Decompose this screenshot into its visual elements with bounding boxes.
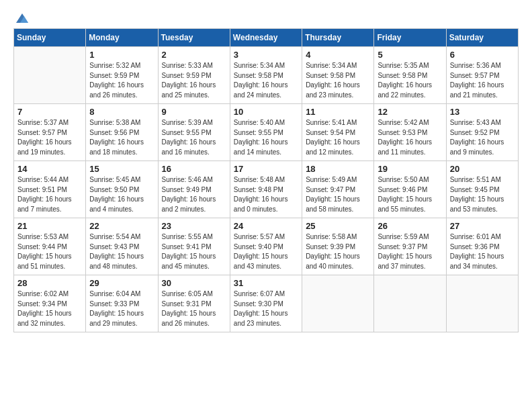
day-info: Sunrise: 5:37 AM Sunset: 9:57 PM Dayligh… (17, 118, 82, 157)
calendar-day-cell: 13Sunrise: 5:43 AM Sunset: 9:52 PM Dayli… (446, 104, 518, 161)
calendar-header-cell: Monday (86, 29, 158, 47)
day-info: Sunrise: 5:32 AM Sunset: 9:59 PM Dayligh… (89, 61, 154, 100)
calendar-day-cell: 8Sunrise: 5:38 AM Sunset: 9:56 PM Daylig… (86, 104, 158, 161)
logo-icon (15, 11, 30, 26)
calendar-day-cell: 26Sunrise: 5:59 AM Sunset: 9:37 PM Dayli… (374, 218, 446, 275)
calendar-day-cell: 5Sunrise: 5:35 AM Sunset: 9:58 PM Daylig… (374, 47, 446, 104)
day-number: 6 (450, 50, 515, 60)
logo (13, 11, 30, 23)
day-info: Sunrise: 5:46 AM Sunset: 9:49 PM Dayligh… (162, 175, 226, 214)
day-number: 23 (162, 221, 226, 231)
calendar-day-cell: 4Sunrise: 5:34 AM Sunset: 9:58 PM Daylig… (302, 47, 374, 104)
calendar-week-row: 28Sunrise: 6:02 AM Sunset: 9:34 PM Dayli… (14, 275, 519, 332)
day-number: 18 (306, 164, 370, 174)
day-number: 28 (17, 278, 82, 288)
day-info: Sunrise: 5:41 AM Sunset: 9:54 PM Dayligh… (306, 118, 370, 157)
day-number: 19 (378, 164, 442, 174)
day-number: 16 (162, 164, 226, 174)
page: SundayMondayTuesdayWednesdayThursdayFrid… (0, 0, 532, 346)
calendar-header-cell: Friday (374, 29, 446, 47)
calendar-week-row: 21Sunrise: 5:53 AM Sunset: 9:44 PM Dayli… (14, 218, 519, 275)
day-info: Sunrise: 5:50 AM Sunset: 9:46 PM Dayligh… (378, 175, 442, 214)
calendar-header-cell: Thursday (302, 29, 374, 47)
day-number: 15 (89, 164, 154, 174)
day-number: 20 (450, 164, 515, 174)
calendar-day-cell: 18Sunrise: 5:49 AM Sunset: 9:47 PM Dayli… (302, 161, 374, 218)
day-info: Sunrise: 5:40 AM Sunset: 9:55 PM Dayligh… (234, 118, 298, 157)
calendar-day-cell: 6Sunrise: 5:36 AM Sunset: 9:57 PM Daylig… (446, 47, 518, 104)
day-number: 31 (234, 278, 298, 288)
calendar-header-row: SundayMondayTuesdayWednesdayThursdayFrid… (14, 29, 519, 47)
day-info: Sunrise: 5:55 AM Sunset: 9:41 PM Dayligh… (162, 232, 226, 271)
calendar-day-cell: 16Sunrise: 5:46 AM Sunset: 9:49 PM Dayli… (158, 161, 230, 218)
calendar-day-cell: 20Sunrise: 5:51 AM Sunset: 9:45 PM Dayli… (446, 161, 518, 218)
calendar-day-cell: 31Sunrise: 6:07 AM Sunset: 9:30 PM Dayli… (230, 275, 302, 332)
calendar-week-row: 1Sunrise: 5:32 AM Sunset: 9:59 PM Daylig… (14, 47, 519, 104)
calendar-day-cell: 27Sunrise: 6:01 AM Sunset: 9:36 PM Dayli… (446, 218, 518, 275)
day-info: Sunrise: 5:34 AM Sunset: 9:58 PM Dayligh… (234, 61, 298, 100)
calendar-day-cell: 3Sunrise: 5:34 AM Sunset: 9:58 PM Daylig… (230, 47, 302, 104)
day-number: 10 (234, 107, 298, 117)
calendar-table: SundayMondayTuesdayWednesdayThursdayFrid… (13, 28, 519, 332)
day-info: Sunrise: 6:04 AM Sunset: 9:33 PM Dayligh… (89, 289, 154, 328)
day-number: 7 (17, 107, 82, 117)
day-number: 17 (234, 164, 298, 174)
day-number: 24 (234, 221, 298, 231)
calendar-day-cell: 12Sunrise: 5:42 AM Sunset: 9:53 PM Dayli… (374, 104, 446, 161)
day-info: Sunrise: 5:43 AM Sunset: 9:52 PM Dayligh… (450, 118, 515, 157)
day-info: Sunrise: 5:54 AM Sunset: 9:43 PM Dayligh… (89, 232, 154, 271)
calendar-day-cell: 10Sunrise: 5:40 AM Sunset: 9:55 PM Dayli… (230, 104, 302, 161)
day-info: Sunrise: 5:58 AM Sunset: 9:39 PM Dayligh… (306, 232, 370, 271)
calendar-day-cell: 21Sunrise: 5:53 AM Sunset: 9:44 PM Dayli… (14, 218, 86, 275)
header (13, 11, 519, 23)
calendar-day-cell: 7Sunrise: 5:37 AM Sunset: 9:57 PM Daylig… (14, 104, 86, 161)
calendar-day-cell: 29Sunrise: 6:04 AM Sunset: 9:33 PM Dayli… (86, 275, 158, 332)
day-info: Sunrise: 5:53 AM Sunset: 9:44 PM Dayligh… (17, 232, 82, 271)
day-number: 12 (378, 107, 442, 117)
day-info: Sunrise: 5:36 AM Sunset: 9:57 PM Dayligh… (450, 61, 515, 100)
calendar-day-cell: 9Sunrise: 5:39 AM Sunset: 9:55 PM Daylig… (158, 104, 230, 161)
calendar-day-cell: 2Sunrise: 5:33 AM Sunset: 9:59 PM Daylig… (158, 47, 230, 104)
day-info: Sunrise: 5:45 AM Sunset: 9:50 PM Dayligh… (89, 175, 154, 214)
calendar-day-cell: 30Sunrise: 6:05 AM Sunset: 9:31 PM Dayli… (158, 275, 230, 332)
day-number: 25 (306, 221, 370, 231)
day-info: Sunrise: 5:48 AM Sunset: 9:48 PM Dayligh… (234, 175, 298, 214)
calendar-day-cell: 25Sunrise: 5:58 AM Sunset: 9:39 PM Dayli… (302, 218, 374, 275)
calendar-header-cell: Tuesday (158, 29, 230, 47)
day-info: Sunrise: 6:05 AM Sunset: 9:31 PM Dayligh… (162, 289, 226, 328)
calendar-day-cell: 22Sunrise: 5:54 AM Sunset: 9:43 PM Dayli… (86, 218, 158, 275)
calendar-day-cell (302, 275, 374, 332)
calendar-week-row: 7Sunrise: 5:37 AM Sunset: 9:57 PM Daylig… (14, 104, 519, 161)
day-info: Sunrise: 5:49 AM Sunset: 9:47 PM Dayligh… (306, 175, 370, 214)
day-number: 1 (89, 50, 154, 60)
day-number: 5 (378, 50, 442, 60)
day-info: Sunrise: 5:35 AM Sunset: 9:58 PM Dayligh… (378, 61, 442, 100)
day-number: 29 (89, 278, 154, 288)
day-info: Sunrise: 6:02 AM Sunset: 9:34 PM Dayligh… (17, 289, 82, 328)
day-info: Sunrise: 5:33 AM Sunset: 9:59 PM Dayligh… (162, 61, 226, 100)
day-number: 11 (306, 107, 370, 117)
day-info: Sunrise: 5:51 AM Sunset: 9:45 PM Dayligh… (450, 175, 515, 214)
day-info: Sunrise: 5:59 AM Sunset: 9:37 PM Dayligh… (378, 232, 442, 271)
calendar-day-cell: 19Sunrise: 5:50 AM Sunset: 9:46 PM Dayli… (374, 161, 446, 218)
day-number: 21 (17, 221, 82, 231)
calendar-week-row: 14Sunrise: 5:44 AM Sunset: 9:51 PM Dayli… (14, 161, 519, 218)
calendar-day-cell: 24Sunrise: 5:57 AM Sunset: 9:40 PM Dayli… (230, 218, 302, 275)
day-number: 27 (450, 221, 515, 231)
day-info: Sunrise: 6:01 AM Sunset: 9:36 PM Dayligh… (450, 232, 515, 271)
calendar-day-cell (374, 275, 446, 332)
calendar-day-cell: 17Sunrise: 5:48 AM Sunset: 9:48 PM Dayli… (230, 161, 302, 218)
day-number: 8 (89, 107, 154, 117)
day-number: 30 (162, 278, 226, 288)
day-info: Sunrise: 5:34 AM Sunset: 9:58 PM Dayligh… (306, 61, 370, 100)
calendar-header-cell: Saturday (446, 29, 518, 47)
day-number: 13 (450, 107, 515, 117)
calendar-header-cell: Sunday (14, 29, 86, 47)
day-info: Sunrise: 5:44 AM Sunset: 9:51 PM Dayligh… (17, 175, 82, 214)
day-info: Sunrise: 5:38 AM Sunset: 9:56 PM Dayligh… (89, 118, 154, 157)
calendar-header-cell: Wednesday (230, 29, 302, 47)
calendar-body: 1Sunrise: 5:32 AM Sunset: 9:59 PM Daylig… (14, 47, 519, 332)
calendar-day-cell (14, 47, 86, 104)
calendar-day-cell: 23Sunrise: 5:55 AM Sunset: 9:41 PM Dayli… (158, 218, 230, 275)
calendar-day-cell (446, 275, 518, 332)
